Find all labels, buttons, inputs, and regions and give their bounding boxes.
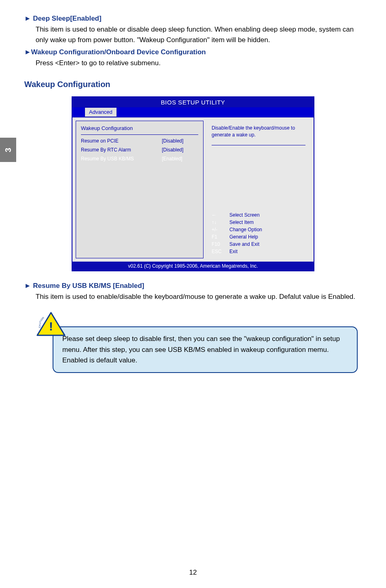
bios-row-label: Resume on PCIE <box>81 138 162 144</box>
heading-resume-usb: ► Resume By USB KB/MS [Enabled] <box>24 282 362 290</box>
bios-key: F1 <box>212 234 229 240</box>
bios-key-row: +/-Change Option <box>212 227 305 232</box>
bios-row-value: [Disabled] <box>162 138 198 144</box>
bios-key-desc: General Help <box>229 234 258 240</box>
bios-key-desc: Change Option <box>229 227 262 232</box>
bios-row-label: Resume By USB KB/MS <box>81 156 162 162</box>
bios-key: ↑↓ <box>212 219 229 225</box>
bios-window: BIOS SETUP UTILITY Advanced Wakeup Confi… <box>72 96 314 271</box>
bios-key-legend: ←Select Screen ↑↓Select Item +/-Change O… <box>212 211 305 254</box>
bios-key-row: F1General Help <box>212 234 305 240</box>
bios-key-desc: Exit <box>229 249 238 254</box>
bios-row-label: Resume By RTC Alarm <box>81 147 162 153</box>
bios-row-rtc[interactable]: Resume By RTC Alarm [Disabled] <box>81 147 198 153</box>
side-chapter-tab: 3 <box>0 138 16 162</box>
section-title-wakeup: Wakeup Configuration <box>24 80 362 89</box>
bios-tab-advanced[interactable]: Advanced <box>85 107 117 117</box>
bios-tab-bar: Advanced <box>72 107 314 117</box>
bios-key: F10 <box>212 241 229 247</box>
bios-panel-title: Wakeup Configuration <box>81 125 198 135</box>
page-content: ► Deep Sleep[Enabled] This item is used … <box>0 0 386 373</box>
bios-key: +/- <box>212 227 229 232</box>
bios-key-row: ↑↓Select Item <box>212 219 305 225</box>
page-number: 12 <box>0 569 386 577</box>
bios-footer: v02.61 (C) Copyright 1985-2006, American… <box>72 262 314 271</box>
heading-wakeup-onboard: ►Wakeup Configuration/Onboard Device Con… <box>24 48 362 56</box>
bios-key-desc: Select Item <box>229 219 254 225</box>
caution-icon: ! CAUTION <box>36 312 66 337</box>
bios-key-row: F10Save and Exit <box>212 241 305 247</box>
bios-key: ESC <box>212 249 229 254</box>
bios-key-row: ←Select Screen <box>212 212 305 218</box>
bios-title: BIOS SETUP UTILITY <box>72 97 314 107</box>
body-deep-sleep: This item is used to enable or disable d… <box>36 24 362 46</box>
caution-text: Please set deep sleep to disable first, … <box>53 326 358 373</box>
body-wakeup-onboard: Press <Enter> to go to relative submenu. <box>36 58 362 68</box>
body-resume-usb: This item is used to enable/disable the … <box>36 292 362 302</box>
bios-key-row: ESCExit <box>212 249 305 254</box>
bios-key: ← <box>212 212 229 218</box>
svg-text:!: ! <box>49 320 53 333</box>
bios-row-pcie[interactable]: Resume on PCIE [Disabled] <box>81 138 198 144</box>
heading-deep-sleep: ► Deep Sleep[Enabled] <box>24 15 362 23</box>
caution-block: ! CAUTION Please set deep sleep to disab… <box>36 326 358 373</box>
bios-key-desc: Select Screen <box>229 212 260 218</box>
bios-right-panel: Disable/Enable the keyboard/mouse to gen… <box>207 121 310 258</box>
bios-left-panel: Wakeup Configuration Resume on PCIE [Dis… <box>76 121 204 258</box>
bios-body: Wakeup Configuration Resume on PCIE [Dis… <box>72 117 314 262</box>
bios-key-desc: Save and Exit <box>229 241 259 247</box>
bios-row-value: [Disabled] <box>162 147 198 153</box>
bios-row-value: [Enabled] <box>162 156 198 162</box>
bios-help-text: Disable/Enable the keyboard/mouse to gen… <box>212 125 305 145</box>
bios-row-usb-selected[interactable]: Resume By USB KB/MS [Enabled] <box>81 156 198 162</box>
